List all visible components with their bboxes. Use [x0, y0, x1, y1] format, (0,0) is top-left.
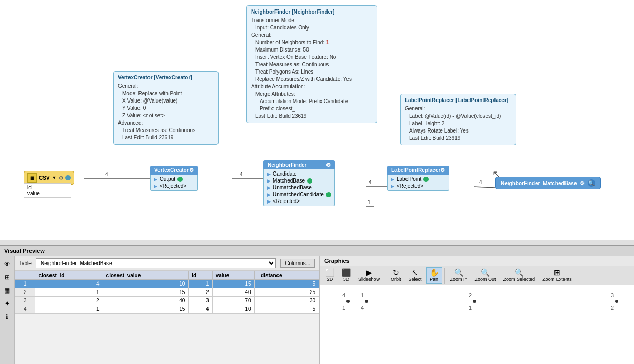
cell[interactable]: 1 [189, 280, 212, 288]
cell[interactable]: 2 [35, 297, 103, 305]
cell[interactable]: 15 [212, 280, 254, 288]
col-closest-id[interactable]: closest_id [35, 271, 103, 280]
cell[interactable]: 1 [35, 288, 103, 297]
cell[interactable]: 30 [254, 297, 319, 305]
sidebar-icon-3[interactable]: ▦ [2, 285, 13, 296]
btn-zoom-in[interactable]: 🔍 Zoom In [447, 268, 471, 283]
sidebar-icon-5[interactable]: ℹ [2, 311, 13, 322]
cell[interactable]: 4 [189, 305, 212, 314]
vertexcreator-rejected-port[interactable]: ▶ <Rejected> [151, 183, 197, 189]
select-icon: ↖ [412, 269, 418, 276]
cell[interactable]: 15 [103, 305, 189, 314]
btn-zoom-selected[interactable]: 🔍 Zoom Selected [500, 268, 539, 283]
cell[interactable]: 10 [212, 305, 254, 314]
data-table: closest_id closest_value id value _dista… [15, 271, 319, 314]
gfx-dot-2 [365, 300, 368, 303]
row-num: 4 [15, 305, 35, 314]
pan-icon: ✋ [430, 269, 439, 276]
table-selector[interactable]: NeighborFinder_MatchedBase [36, 258, 276, 268]
row-num: 3 [15, 297, 35, 305]
bottom-panel: Visual Preview 👁 ⊞ ▦ ✦ ℹ Table NeighborF… [0, 246, 634, 364]
cell[interactable]: 5 [254, 305, 319, 314]
canvas-scrollbar-h[interactable] [0, 240, 634, 245]
toolbar-divider-2 [444, 268, 445, 284]
neighborfinder-gear[interactable]: ⚙ [326, 162, 331, 168]
gfx-label-2-1: 2 - 1 [469, 292, 473, 311]
neighborfinder-rejected-port[interactable]: ▶ <Rejected> [264, 198, 334, 205]
table-row[interactable]: 2 1 15 2 40 25 [15, 288, 319, 297]
sidebar-icon-2[interactable]: ⊞ [2, 271, 13, 283]
vertexcreator-ports: ▶ Output ▶ <Rejected> [150, 175, 198, 191]
btn-zoom-out[interactable]: 🔍 Zoom Out [472, 268, 499, 283]
table-row[interactable]: 1 4 10 1 15 5 [15, 280, 319, 288]
vertexcreator-gear[interactable]: ⚙ [189, 167, 194, 173]
graphics-canvas: 4 - 1 1 - 4 2 - 1 3 - 2 [320, 285, 634, 364]
neighborfinder-tooltip: NeighborFinder [NeighborFinder] Transfor… [246, 5, 377, 123]
toolbar-divider [385, 268, 385, 284]
cell[interactable]: 70 [212, 297, 254, 305]
gear-icon[interactable]: ⚙ [58, 175, 63, 181]
output-inspect[interactable]: 🔍 [588, 179, 595, 187]
cell[interactable]: 5 [254, 280, 319, 288]
col-id[interactable]: id [189, 271, 212, 280]
table-row[interactable]: 3 2 40 3 70 30 [15, 297, 319, 305]
csv-output-port[interactable] [65, 175, 71, 180]
table-row[interactable]: 4 1 15 4 10 5 [15, 305, 319, 314]
btn-select[interactable]: ↖ Select [405, 268, 425, 283]
neighborfinder-candidate-port[interactable]: ▶ Candidate [264, 170, 334, 177]
btn-2d-label: 2D [327, 277, 333, 282]
btn-2d[interactable]: ⬜ 2D [322, 268, 338, 283]
neighborfinder-node[interactable]: NeighborFinder ⚙ ▶ Candidate ▶ MatchedBa… [263, 160, 335, 206]
graphics-panel: Graphics ⬜ 2D ⬛ 3D ▶ Slideshow ↻ Orbit [320, 256, 634, 364]
labelpointreplacer-rejected-port[interactable]: ▶ <Rejected> [388, 183, 449, 189]
cell[interactable]: 40 [103, 297, 189, 305]
labelpointreplacer-gear[interactable]: ⚙ [440, 167, 445, 173]
col-closest-value[interactable]: closest_value [103, 271, 189, 280]
btn-pan-label: Pan [430, 277, 438, 282]
csv-dropdown: ▼ [52, 175, 57, 180]
left-sidebar: 👁 ⊞ ▦ ✦ ℹ [0, 256, 15, 364]
cell[interactable]: 25 [254, 288, 319, 297]
neighborfinder-unmatchedbase-port[interactable]: ▶ UnmatchedBase [264, 184, 334, 191]
btn-3d[interactable]: ⬛ 3D [339, 268, 354, 283]
output-gear[interactable]: ⚙ [580, 180, 585, 186]
slideshow-icon: ▶ [366, 269, 372, 276]
3d-icon: ⬛ [342, 269, 351, 276]
col-distance[interactable]: _distance [254, 271, 319, 280]
neighborfinder-unmatchedcandidate-port[interactable]: ▶ UnmatchedCandidate [264, 191, 334, 198]
col-value[interactable]: value [212, 271, 254, 280]
workflow-canvas: 4 4 4 1 4 ▦ CSV ▼ ⚙ id value VertexCreat… [0, 0, 634, 246]
svg-text:4: 4 [369, 179, 372, 185]
cell[interactable]: 15 [103, 288, 189, 297]
cell[interactable]: 1 [35, 305, 103, 314]
vertexcreator-header: VertexCreator ⚙ [150, 166, 198, 175]
csv-icon: ▦ [27, 173, 37, 183]
btn-slideshow-label: Slideshow [358, 277, 380, 282]
neighborfinder-header: NeighborFinder ⚙ [263, 160, 335, 169]
table-scroll[interactable]: closest_id closest_value id value _dista… [15, 271, 319, 364]
cell[interactable]: 3 [189, 297, 212, 305]
btn-orbit[interactable]: ↻ Orbit [388, 268, 404, 283]
cell[interactable]: 10 [103, 280, 189, 288]
cell[interactable]: 40 [212, 288, 254, 297]
vertexcreator-output-port[interactable]: ▶ Output [151, 176, 197, 183]
columns-button[interactable]: Columns... [280, 259, 315, 268]
cell[interactable]: 4 [35, 280, 103, 288]
btn-zoom-extents[interactable]: ⊞ Zoom Extents [539, 268, 575, 283]
labelpointreplacer-node[interactable]: LabelPointReplacer ⚙ ▶ LabelPoint ▶ <Rej… [387, 166, 449, 191]
labelpointreplacer-label: LabelPointReplacer [391, 167, 440, 173]
graphics-label: Graphics [320, 256, 634, 266]
sidebar-icon-4[interactable]: ✦ [2, 298, 13, 309]
btn-slideshow[interactable]: ▶ Slideshow [355, 268, 383, 283]
sidebar-icon-1[interactable]: 👁 [2, 258, 13, 270]
btn-pan[interactable]: ✋ Pan [426, 267, 442, 284]
neighborfinder-matchedbase-port[interactable]: ▶ MatchedBase [264, 177, 334, 184]
cell[interactable]: 2 [189, 288, 212, 297]
output-label: NeighborFinder_MatchedBase [501, 180, 577, 186]
btn-orbit-label: Orbit [391, 277, 401, 282]
labelpointreplacer-tooltip: LabelPointReplacer [LabelPointReplacer] … [400, 94, 516, 145]
labelpointreplacer-labelpoint-port[interactable]: ▶ LabelPoint [388, 176, 449, 183]
neighborfinder-ports: ▶ Candidate ▶ MatchedBase ▶ UnmatchedBas… [263, 169, 335, 206]
output-node[interactable]: NeighborFinder_MatchedBase ⚙ 🔍 [495, 177, 601, 189]
vertexcreator-node[interactable]: VertexCreator ⚙ ▶ Output ▶ <Rejected> [150, 166, 198, 191]
